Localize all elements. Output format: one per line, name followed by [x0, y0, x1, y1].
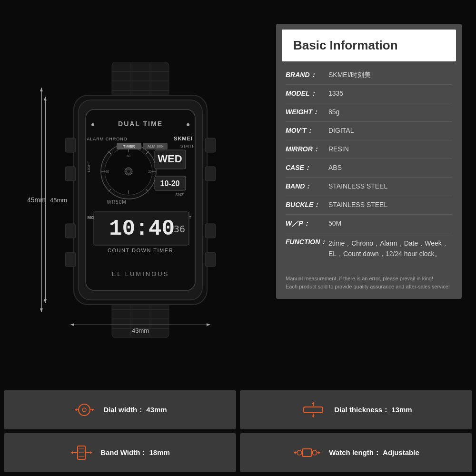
brand-label: BRAND：	[286, 71, 328, 79]
case-row: CASE： ABS	[286, 159, 452, 178]
svg-text:COUNT DOWN TIMER: COUNT DOWN TIMER	[108, 248, 173, 253]
band-width-value: 18mm	[149, 448, 170, 456]
dial-thickness-value: 13mm	[391, 406, 412, 414]
buckle-value: STAINLESS STEEL	[328, 201, 452, 208]
model-row: MODEL： 1335	[286, 85, 452, 103]
svg-text:EL LUMINOUS: EL LUMINOUS	[112, 270, 169, 278]
svg-text:SNZ: SNZ	[175, 192, 184, 197]
svg-marker-88	[318, 451, 320, 454]
svg-marker-79	[71, 451, 73, 454]
top-section: 45mm	[0, 0, 476, 390]
svg-point-84	[312, 450, 317, 455]
svg-point-42	[127, 170, 130, 173]
dial-thickness-icon	[300, 401, 327, 418]
buckle-label: BUCKLE：	[286, 201, 328, 209]
svg-rect-15	[65, 167, 76, 181]
movt-value: DIGITAL	[328, 127, 452, 134]
svg-text:WR50M: WR50M	[107, 199, 126, 205]
buckle-row: BUCKLE： STAINLESS STEEL	[286, 196, 452, 215]
watch-length-value: Adjustable	[383, 448, 419, 456]
dial-thickness-text: Dial thickness： 13mm	[334, 406, 412, 415]
svg-text:60: 60	[127, 154, 130, 158]
svg-marker-73	[312, 416, 315, 417]
svg-text:10-20: 10-20	[160, 179, 180, 188]
dial-width-card: Dial width： 43mm	[4, 390, 236, 429]
width-label: 43mm	[132, 327, 149, 334]
svg-marker-66	[75, 408, 77, 411]
note-line2: Each product sold to provide quality ass…	[286, 283, 452, 291]
wp-row: W／P： 50M	[286, 215, 452, 233]
svg-rect-18	[205, 138, 216, 152]
svg-rect-69	[304, 407, 323, 413]
info-panel: Basic Information BRAND： SKMEI/时刻美 MODEL…	[276, 24, 462, 299]
wp-value: 50M	[328, 219, 452, 227]
svg-text:DUAL TIME: DUAL TIME	[118, 120, 163, 128]
watch-length-text: Watch length： Adjustable	[329, 448, 419, 457]
dial-thickness-card: Dial thickness： 13mm	[240, 390, 472, 429]
weight-label: WEIGHT：	[286, 108, 328, 117]
svg-text:WED: WED	[158, 153, 182, 165]
band-label: BAND：	[286, 182, 328, 191]
function-label: FUNCTION：	[286, 238, 328, 247]
svg-marker-86	[294, 451, 296, 454]
svg-marker-81	[90, 451, 92, 454]
basic-information-title: Basic Information	[293, 38, 398, 52]
brand-row: BRAND： SKMEI/时刻美	[286, 66, 452, 85]
watch-length-card: Watch length： Adjustable	[240, 433, 472, 472]
wp-label: W／P：	[286, 219, 328, 228]
dial-width-text: Dial width： 43mm	[103, 406, 167, 415]
svg-point-83	[297, 450, 302, 455]
svg-text:40: 40	[105, 170, 109, 173]
svg-rect-14	[65, 138, 76, 152]
band-width-label: Band Width：	[100, 448, 147, 456]
svg-text:ALM SIG: ALM SIG	[148, 144, 163, 149]
svg-point-25	[187, 123, 189, 126]
dial-width-value: 43mm	[146, 406, 167, 414]
svg-text:SKMEI: SKMEI	[174, 136, 193, 141]
svg-rect-82	[302, 449, 312, 456]
svg-point-24	[91, 123, 94, 126]
svg-text:10:40: 10:40	[109, 217, 175, 241]
svg-rect-21	[205, 252, 216, 267]
info-header: Basic Information	[282, 30, 456, 61]
svg-text:36: 36	[174, 223, 185, 235]
svg-text:20: 20	[148, 170, 152, 173]
info-note: Manual measurement, if there is an error…	[276, 269, 462, 299]
watch-section: 45mm	[14, 19, 267, 381]
svg-rect-17	[65, 252, 76, 267]
svg-text:TIMER: TIMER	[123, 144, 135, 149]
bottom-row-2: Band Width： 18mm	[4, 433, 472, 472]
svg-point-64	[82, 408, 86, 412]
case-value: ABS	[328, 164, 452, 171]
movt-label: MOV'T：	[286, 127, 328, 135]
band-width-card: Band Width： 18mm	[4, 433, 236, 472]
band-row: BAND： STAINLESS STEEL	[286, 178, 452, 196]
model-value: 1335	[328, 89, 452, 97]
dial-thickness-label: Dial thickness：	[334, 406, 389, 414]
svg-rect-16	[65, 224, 76, 238]
height-label: 45mm	[27, 196, 46, 204]
watch-length-icon	[293, 444, 321, 461]
model-label: MODEL：	[286, 89, 328, 98]
function-value: 2time，Chrono，Alarm，Date，Week，EL，Count do…	[328, 238, 452, 259]
main-container: 45mm	[0, 0, 476, 476]
svg-text:ALARM CHRONO: ALARM CHRONO	[87, 137, 128, 141]
svg-text:START: START	[180, 144, 194, 149]
svg-marker-71	[312, 402, 315, 404]
svg-rect-19	[205, 167, 216, 181]
height-dimension-label: 45mm	[50, 197, 67, 204]
brand-value: SKMEI/时刻美	[328, 71, 452, 79]
note-line1: Manual measurement, if there is an error…	[286, 275, 452, 283]
svg-text:LIGHT: LIGHT	[87, 161, 91, 172]
svg-rect-20	[205, 224, 216, 238]
case-label: CASE：	[286, 164, 328, 172]
bottom-section: Dial width： 43mm	[0, 390, 476, 476]
mirror-value: RESIN	[328, 145, 452, 153]
watch-length-label: Watch length：	[329, 448, 381, 456]
weight-value: 85g	[328, 108, 452, 116]
band-width-text: Band Width： 18mm	[100, 448, 170, 457]
movt-row: MOV'T： DIGITAL	[286, 122, 452, 140]
watch-display: DUAL TIME SKMEI ALARM CHRONO	[40, 52, 240, 347]
svg-point-63	[79, 404, 90, 416]
band-width-icon	[70, 444, 93, 461]
